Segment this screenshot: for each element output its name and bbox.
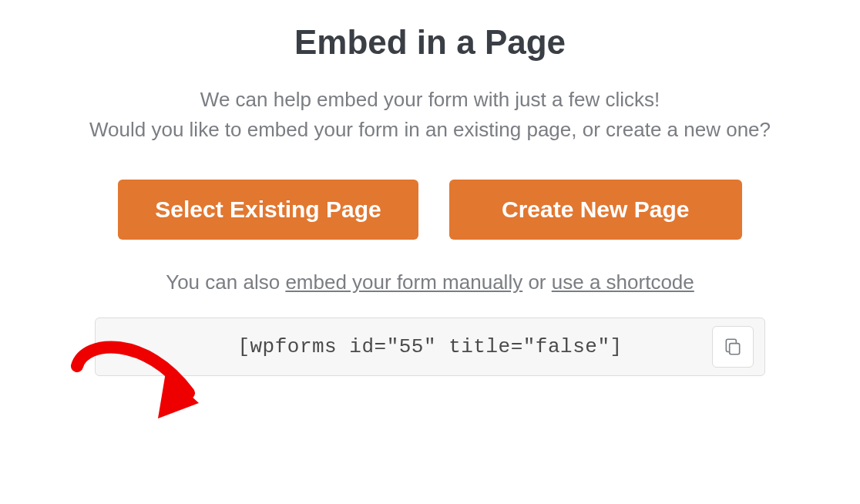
svg-rect-0 <box>730 344 740 354</box>
alternative-options-text: You can also embed your form manually or… <box>166 270 694 294</box>
embed-description: We can help embed your form with just a … <box>89 85 771 145</box>
alt-prefix: You can also <box>166 270 285 294</box>
copy-shortcode-button[interactable] <box>712 326 754 368</box>
select-existing-page-button[interactable]: Select Existing Page <box>118 180 418 240</box>
page-title: Embed in a Page <box>294 23 566 62</box>
embed-manually-link[interactable]: embed your form manually <box>285 270 522 294</box>
alt-middle: or <box>522 270 552 294</box>
shortcode-text: [wpforms id="55" title="false"] <box>237 335 622 358</box>
create-new-page-button[interactable]: Create New Page <box>449 180 742 240</box>
description-line-2: Would you like to embed your form in an … <box>89 118 771 141</box>
description-line-1: We can help embed your form with just a … <box>200 88 660 111</box>
use-shortcode-link[interactable]: use a shortcode <box>552 270 694 294</box>
copy-icon <box>723 337 743 357</box>
button-row: Select Existing Page Create New Page <box>118 180 741 240</box>
shortcode-container: [wpforms id="55" title="false"] <box>95 318 765 376</box>
